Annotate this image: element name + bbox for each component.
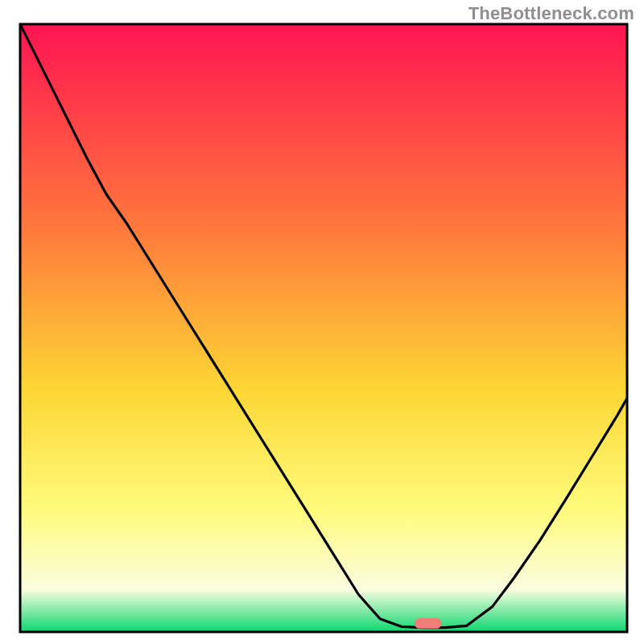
chart-wrapper: TheBottleneck.com: [0, 0, 644, 644]
attribution-text: TheBottleneck.com: [469, 3, 634, 24]
bottleneck-chart: [0, 0, 644, 644]
valley-marker: [415, 618, 442, 629]
